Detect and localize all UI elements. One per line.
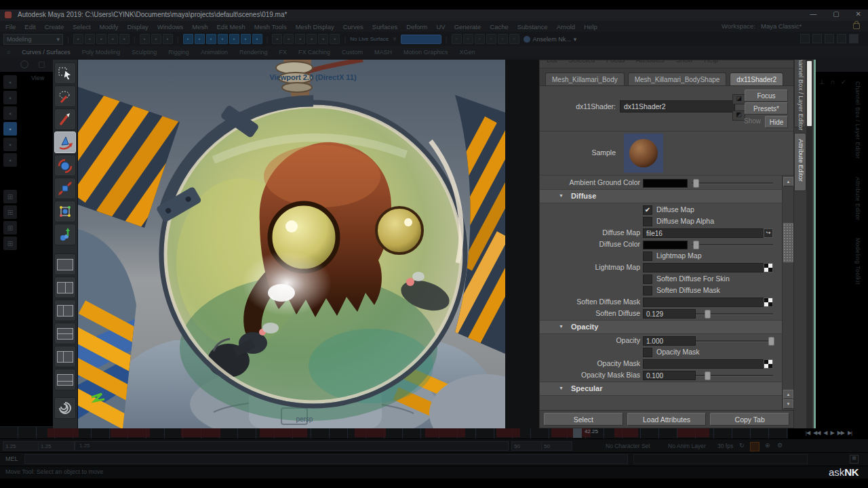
layout-single-icon[interactable]: ⊞ bbox=[3, 190, 17, 203]
shelf-tab-motion-graphics[interactable]: Motion Graphics bbox=[403, 49, 448, 56]
playback-start-field[interactable]: 1.25 bbox=[38, 441, 75, 451]
slider-thumb[interactable] bbox=[693, 241, 699, 249]
menu-substance[interactable]: Substance bbox=[517, 23, 548, 30]
close-button[interactable]: ✕ bbox=[856, 10, 861, 18]
menu-surfaces[interactable]: Surfaces bbox=[372, 23, 398, 30]
checkbox-soften-diffuse-mask[interactable] bbox=[643, 286, 652, 296]
checker-map-icon[interactable] bbox=[764, 359, 773, 369]
dock-tab-channel-box-layer-editor[interactable]: Channel Box / Layer Editor bbox=[854, 81, 861, 159]
character-set-menu[interactable]: No Character Set bbox=[606, 443, 650, 449]
section-diffuse[interactable]: ▼Diffuse bbox=[540, 189, 782, 203]
select-tool[interactable] bbox=[54, 62, 76, 84]
mel-toggle[interactable]: MEL bbox=[5, 455, 18, 462]
remap-icon[interactable]: ↪ bbox=[764, 228, 773, 238]
snap-point-icon[interactable]: ▪ bbox=[206, 34, 216, 44]
playback-button[interactable]: ◀◀ bbox=[813, 430, 820, 436]
shelf-tab-rigging[interactable]: Rigging bbox=[168, 49, 189, 56]
menu-display[interactable]: Display bbox=[127, 23, 149, 30]
shelf-tab-poly-modeling[interactable]: Poly Modeling bbox=[82, 49, 121, 56]
snap-center-icon[interactable]: ▪ bbox=[218, 34, 228, 44]
menu-arnold[interactable]: Arnold bbox=[557, 23, 575, 30]
layout-persp-outliner[interactable] bbox=[54, 346, 76, 367]
hide-button[interactable]: Hide bbox=[765, 116, 788, 128]
text-field-soften-diffuse-mask[interactable] bbox=[643, 298, 766, 307]
menu-mesh-display[interactable]: Mesh Display bbox=[296, 23, 334, 30]
editor-scrollbar-thumb[interactable] bbox=[807, 61, 812, 126]
ae-tab-dx11shader2[interactable]: dx11Shader2 bbox=[730, 73, 783, 85]
shelf-tab-curves-surfaces[interactable]: Curves / Surfaces bbox=[22, 49, 71, 56]
menu-generate[interactable]: Generate bbox=[454, 23, 481, 30]
slider-thumb[interactable] bbox=[693, 179, 699, 188]
shelf-menu-icon[interactable]: ≡ bbox=[7, 49, 10, 56]
viewport-panel[interactable]: Viewport 2.0 (DirectX 11) persp bbox=[78, 60, 505, 428]
checker-map-icon[interactable] bbox=[764, 298, 773, 307]
animation-end-field[interactable]: 50 bbox=[541, 441, 572, 451]
sidebar-toggle-icon[interactable] bbox=[825, 34, 834, 43]
snap-grid-icon[interactable]: ▪ bbox=[183, 34, 193, 44]
number-field-opacity[interactable]: 1.000 bbox=[643, 336, 696, 346]
section-opacity[interactable]: ▼Opacity bbox=[540, 320, 782, 334]
playback-button[interactable]: ▶ bbox=[831, 430, 834, 436]
nurbs-sphere-icon[interactable]: ◯ bbox=[20, 60, 28, 68]
sidebar-toggle-icon[interactable] bbox=[837, 34, 846, 43]
playback-button[interactable]: ▶▶ bbox=[837, 430, 844, 436]
auto-keyframe-toggle[interactable] bbox=[750, 442, 760, 451]
script-editor-icon[interactable]: ▦ bbox=[850, 455, 859, 464]
text-field-lightmap-map[interactable] bbox=[643, 263, 766, 272]
lock-selection-icon[interactable]: ▪ bbox=[252, 34, 262, 44]
layout-two-pane-stacked[interactable] bbox=[54, 323, 76, 344]
scrollbar-thumb[interactable] bbox=[783, 223, 793, 262]
shelf-tab-custom[interactable]: Custom bbox=[342, 49, 363, 56]
scale-tool[interactable] bbox=[54, 178, 76, 199]
shelf-tab-mash[interactable]: MASH bbox=[374, 49, 392, 56]
current-time-indicator[interactable] bbox=[573, 428, 582, 438]
menu-cache[interactable]: Cache bbox=[490, 23, 508, 30]
animation-preferences-icon[interactable]: ⊕ bbox=[765, 442, 770, 449]
slider-thumb[interactable] bbox=[768, 337, 774, 346]
number-field-opacity-mask-bias[interactable]: 0.100 bbox=[643, 371, 696, 380]
wrench-icon[interactable]: ✓ bbox=[841, 79, 846, 85]
focus-button[interactable]: Focus bbox=[745, 89, 788, 102]
input-connection-icon[interactable]: ◪ bbox=[732, 94, 745, 104]
minimize-button[interactable]: — bbox=[810, 10, 816, 18]
select-component-icon[interactable]: ▪ bbox=[163, 34, 173, 44]
universal-manipulator-tool[interactable] bbox=[54, 201, 76, 222]
menu-windows[interactable]: Windows bbox=[157, 23, 184, 30]
dock-tab-modeling-toolkit[interactable]: Modeling Toolkit bbox=[854, 238, 861, 285]
range-slider-bar[interactable]: 1.25 bbox=[75, 441, 509, 451]
shelf-tab-animation[interactable]: Animation bbox=[201, 49, 228, 56]
lasso-select-tool[interactable] bbox=[54, 85, 76, 107]
select-hierarchy-icon[interactable]: ▪ bbox=[140, 34, 150, 44]
output-connections-icon[interactable]: ▪ bbox=[295, 34, 305, 44]
open-scene-icon[interactable]: ▪ bbox=[85, 34, 95, 44]
color-swatch-diffuse-color[interactable] bbox=[643, 241, 688, 249]
render-settings-icon[interactable]: ▫ bbox=[475, 34, 485, 44]
workspace-lock-icon[interactable] bbox=[853, 23, 860, 29]
shader-name-field[interactable]: dx11Shader2 bbox=[620, 100, 735, 113]
layout-persp-graph[interactable] bbox=[54, 369, 76, 390]
material-sample-swatch[interactable] bbox=[624, 134, 663, 173]
construction-history-icon[interactable]: ▪ bbox=[272, 34, 282, 44]
menu-deform[interactable]: Deform bbox=[406, 23, 427, 30]
load-attributes-button[interactable]: Load Attributes bbox=[627, 413, 707, 426]
animation-start-field[interactable]: 1.25 bbox=[3, 441, 39, 451]
playback-end-field[interactable]: 50 bbox=[511, 441, 542, 451]
slider-thumb[interactable] bbox=[705, 310, 711, 319]
swirl-tool-icon[interactable] bbox=[54, 397, 76, 419]
dock-tab-attribute-editor[interactable]: Attribute Editor bbox=[854, 177, 861, 220]
redo-icon[interactable]: ▪ bbox=[119, 34, 130, 44]
menu-create[interactable]: Create bbox=[45, 23, 64, 30]
text-field-diffuse-map[interactable]: file16 bbox=[643, 228, 766, 238]
light-editor-icon[interactable]: ▫ bbox=[498, 34, 508, 44]
color-swatch-ambient-ground-color[interactable] bbox=[643, 179, 688, 188]
workspace-select[interactable]: Maya Classic* bbox=[761, 22, 835, 30]
show-button[interactable]: Show bbox=[744, 117, 761, 125]
paint-select-tool-icon[interactable]: ▪ bbox=[3, 106, 17, 120]
scroll-up-icon[interactable]: ▲ bbox=[783, 390, 793, 399]
snap-curve-icon[interactable]: ▪ bbox=[195, 34, 205, 44]
render-eval-icon[interactable]: ▪ bbox=[318, 34, 328, 44]
scroll-up-icon[interactable]: ▲ bbox=[783, 177, 793, 186]
checker-map-icon[interactable] bbox=[764, 263, 773, 272]
render-view-icon[interactable]: ▫ bbox=[452, 34, 462, 44]
shelf-tab-sculpting[interactable]: Sculpting bbox=[132, 49, 157, 56]
